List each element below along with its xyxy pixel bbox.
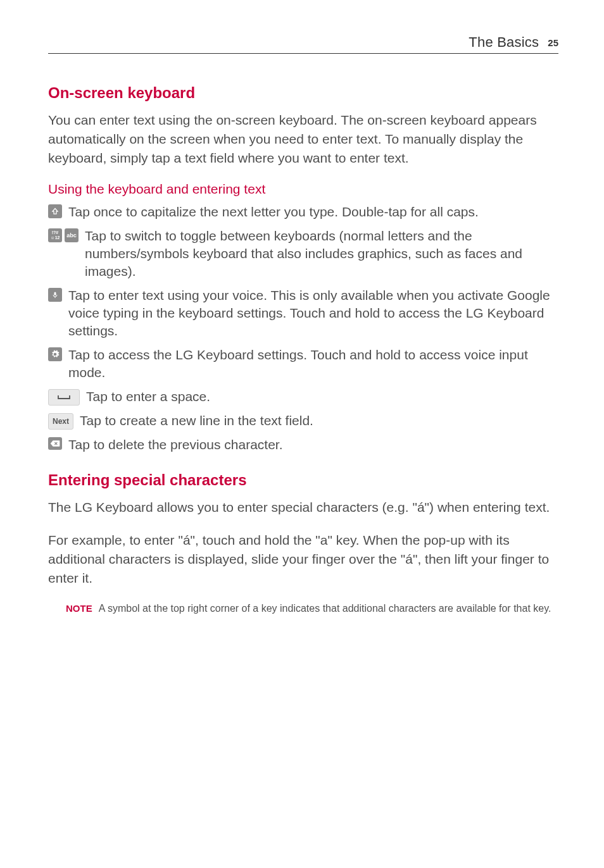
list-item-text: Tap once to capitalize the next letter y… (68, 203, 558, 221)
special-chars-p2: For example, to enter "á", touch and hol… (48, 531, 558, 588)
page-number: 25 (548, 37, 558, 48)
list-item: Tap to enter text using your voice. This… (48, 287, 558, 340)
symbols-key-icon: !?# ☺12 (48, 228, 62, 242)
list-item-text: Tap to enter text using your voice. This… (68, 287, 558, 340)
intro-paragraph: You can enter text using the on-screen k… (48, 111, 558, 168)
page: The Basics 25 On-screen keyboard You can… (0, 0, 604, 868)
gear-key-icon (48, 347, 62, 361)
special-chars-p1: The LG Keyboard allows you to enter spec… (48, 498, 558, 517)
note-label: NOTE (66, 602, 92, 616)
chapter-title: The Basics (469, 34, 539, 50)
section-heading-keyboard: On-screen keyboard (48, 84, 558, 102)
list-item-text: Tap to delete the previous character. (68, 436, 558, 454)
note-text: A symbol at the top right corner of a ke… (99, 602, 558, 616)
list-item-text: Tap to switch to toggle between keyboard… (85, 227, 558, 280)
running-header: The Basics 25 (48, 34, 558, 54)
list-item-text: Tap to enter a space. (86, 388, 558, 406)
list-item: Tap to access the LG Keyboard settings. … (48, 346, 558, 381)
list-item-text: Tap to create a new line in the text fie… (80, 412, 558, 430)
abc-key-icon: abc (65, 228, 79, 242)
list-item: Tap to delete the previous character. (48, 436, 558, 454)
list-item: Tap to enter a space. (48, 388, 558, 406)
smiley-num-label: ☺12 (51, 235, 60, 240)
next-key-icon: Next (48, 413, 73, 430)
section-heading-special-chars: Entering special characters (48, 471, 558, 489)
list-item: Tap once to capitalize the next letter y… (48, 203, 558, 221)
list-item: Next Tap to create a new line in the tex… (48, 412, 558, 430)
mic-key-icon (48, 288, 62, 302)
note-block: NOTE A symbol at the top right corner of… (66, 602, 558, 616)
backspace-key-icon (48, 437, 62, 450)
subheading-using-keyboard: Using the keyboard and entering text (48, 182, 558, 197)
svg-rect-0 (54, 292, 56, 296)
space-key-icon (48, 389, 80, 406)
shift-key-icon (48, 204, 62, 218)
list-item-text: Tap to access the LG Keyboard settings. … (68, 346, 558, 381)
symbols-label: !?# (52, 230, 59, 235)
list-item: !?# ☺12 abc Tap to switch to toggle betw… (48, 227, 558, 280)
